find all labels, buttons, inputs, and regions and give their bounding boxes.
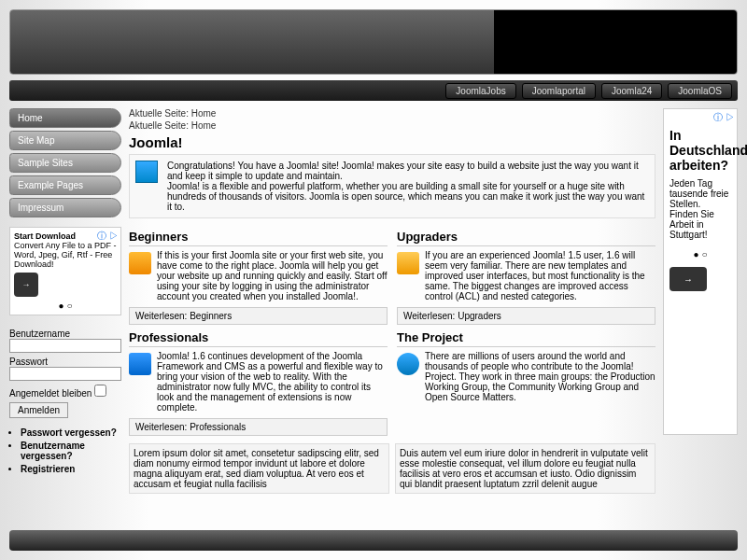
ad-small-body: Convert Any File to a PDF - Word, Jpeg, … xyxy=(14,241,117,269)
heading-professionals: Professionals xyxy=(129,330,388,347)
ad-pager-dots[interactable]: ● ○ xyxy=(669,249,731,259)
bottom-bar xyxy=(9,530,738,551)
menu-sitemap[interactable]: Site Map xyxy=(9,131,121,150)
login-links: Passwort vergessen? Benutzername vergess… xyxy=(9,427,121,474)
ad-pager-dots[interactable]: ● ○ xyxy=(14,301,117,311)
article-project: There are millions of users around the w… xyxy=(397,351,655,402)
readmore-beginners[interactable]: Weiterlesen: Beginners xyxy=(129,307,388,325)
link-forgot-username[interactable]: Benutzername vergessen? xyxy=(21,441,121,461)
password-input[interactable] xyxy=(9,367,121,381)
topnav-joomlaportal[interactable]: Joomlaportal xyxy=(522,83,596,99)
globe-icon xyxy=(397,353,419,375)
ad-small-title: Start Download xyxy=(14,231,76,241)
article-beginners: If this is your first Joomla site or you… xyxy=(129,250,388,301)
menu-home[interactable]: Home xyxy=(9,108,121,128)
password-label: Passwort xyxy=(9,357,121,367)
menu-example-pages[interactable]: Example Pages xyxy=(9,175,121,195)
topnav-joomlajobs[interactable]: JoomlaJobs xyxy=(445,83,515,99)
login-form: Benutzername Passwort Angemeldet bleiben… xyxy=(9,329,121,418)
ad-arrow-button[interactable]: → xyxy=(669,267,707,291)
heading-beginners: Beginners xyxy=(129,230,388,246)
readmore-upgraders[interactable]: Weiterlesen: Upgraders xyxy=(397,307,655,325)
main-content: Aktuelle Seite: Home Aktuelle Seite: Hom… xyxy=(129,108,655,494)
file-icon xyxy=(129,353,151,375)
ad-arrow-button[interactable]: → xyxy=(14,273,38,297)
breadcrumb: Aktuelle Seite: Home xyxy=(129,108,655,119)
page-title: Joomla! xyxy=(129,134,655,150)
article-professionals: Joomla! 1.6 continues development of the… xyxy=(129,351,388,413)
ad-info-icon: ⓘ ▷ xyxy=(97,230,119,243)
link-register[interactable]: Registrieren xyxy=(21,464,121,474)
person-icon xyxy=(129,252,151,274)
footer-text-left: Lorem ipsum dolor sit amet, consetetur s… xyxy=(129,443,389,494)
heading-project: The Project xyxy=(397,330,655,347)
right-sidebar: ⓘ ▷ In Deutschland arbeiten? Jeden Tag t… xyxy=(663,108,738,494)
ad-right-body: Jeden Tag tausende freie Stellen. Finden… xyxy=(669,178,731,240)
login-submit-button[interactable]: Anmelden xyxy=(9,402,68,418)
ad-right-title: In Deutschland arbeiten? xyxy=(669,128,731,173)
username-label: Benutzername xyxy=(9,329,121,339)
header-banner xyxy=(9,9,738,75)
topnav-joomla24[interactable]: Joomla24 xyxy=(601,83,662,99)
remember-label: Angemeldet bleiben xyxy=(9,388,92,399)
joomla-icon xyxy=(135,161,158,183)
heading-upgraders: Upgraders xyxy=(397,230,655,246)
topnav-joomlaos[interactable]: JoomlaOS xyxy=(668,83,732,99)
breadcrumb: Aktuelle Seite: Home xyxy=(129,120,655,131)
ad-small[interactable]: ⓘ ▷ Start Download Convert Any File to a… xyxy=(9,227,121,315)
ad-info-icon: ⓘ ▷ xyxy=(713,111,735,124)
menu-sample-sites[interactable]: Sample Sites xyxy=(9,153,121,173)
menu-impressum[interactable]: Impressum xyxy=(9,198,121,217)
sidebar: Home Site Map Sample Sites Example Pages… xyxy=(9,108,121,494)
link-forgot-password[interactable]: Passwort vergessen? xyxy=(21,427,121,438)
readmore-professionals[interactable]: Weiterlesen: Professionals xyxy=(129,418,388,436)
intro-box: Congratulations! You have a Joomla! site… xyxy=(129,154,655,218)
ad-right[interactable]: ⓘ ▷ In Deutschland arbeiten? Jeden Tag t… xyxy=(663,108,738,435)
arrow-icon xyxy=(397,252,419,274)
username-input[interactable] xyxy=(9,339,121,353)
article-upgraders: If you are an experienced Joomla! 1.5 us… xyxy=(397,250,655,301)
remember-checkbox[interactable] xyxy=(94,385,106,397)
footer-text-right: Duis autem vel eum iriure dolor in hendr… xyxy=(395,443,655,494)
top-nav: JoomlaJobs Joomlaportal Joomla24 JoomlaO… xyxy=(9,80,738,101)
